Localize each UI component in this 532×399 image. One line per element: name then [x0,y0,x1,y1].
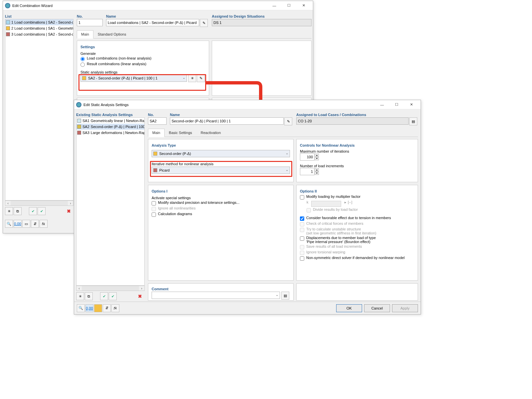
close-button[interactable]: ✕ [296,1,311,10]
controls-panel: Controls for Nonlinear Analysis Maximum … [296,139,418,182]
app-icon [76,102,81,107]
tree-icon[interactable]: ⇵ [103,304,111,312]
ok-button[interactable]: OK [336,304,362,312]
copy-icon[interactable]: ⧉ [85,292,93,300]
name-input[interactable] [170,117,284,125]
name-label: Name [170,111,293,117]
check2-icon[interactable]: ✔ [109,292,117,300]
chevron-down-icon: ⌄ [286,151,288,155]
assigned-input [212,19,312,26]
color-icon[interactable] [94,304,102,312]
assigned-lc-icon[interactable]: ▤ [409,117,417,125]
titlebar: Edit Static Analysis Settings — ☐ ✕ [74,100,421,109]
comment-right-blank [296,283,418,301]
no-input[interactable] [148,117,167,125]
sas-dropdown[interactable]: SA2 - Second-order (P-Δ) | Picard | 100 … [80,74,187,82]
chk-warping: Ignore torsional warping [300,250,414,255]
chk-save-increments: Save results of all load increments [300,244,414,249]
options1-heading: Options I [152,188,290,194]
list-item[interactable]: SA2Second-order (P-Δ) | Picard | 100 | [76,124,144,130]
content: No. Name ✎ Assigned to Load Cases / Comb… [148,111,418,301]
edit-name-icon[interactable]: ✎ [200,19,208,27]
check2-icon[interactable]: ✔ [38,207,46,215]
assigned-lc-input [296,117,409,125]
nli-label: Number of load increments [300,164,414,168]
tabs: Main Standard Options [77,30,312,39]
maxit-label: Maximum number of iterations [300,149,414,153]
titlebar: Edit Combination Wizard — ☐ ✕ [3,1,313,10]
delete-icon[interactable]: ✖ [136,292,144,300]
chk-precision[interactable]: Modify standard precision and tolerance … [152,200,290,205]
h-scrollbar[interactable]: ‹› [76,286,145,291]
fx-icon[interactable]: fẋ [111,304,119,312]
list-item[interactable]: 3 Load combinations | SA2 - Second-o [5,31,73,37]
new-icon[interactable]: ✳ [76,292,84,300]
search-icon[interactable]: 🔍 [77,304,85,312]
tab-main[interactable]: Main [148,129,165,137]
chevron-down-icon: ⌄ [286,168,288,172]
activate-special-label: Activate special settings [152,196,290,200]
tab-main[interactable]: Main [77,30,93,39]
check-icon[interactable]: ✔ [29,207,37,215]
radio-linear[interactable]: Result combinations (linear analysis) [80,62,205,67]
sas-new-icon[interactable]: ✳ [188,74,196,82]
dialog-footer: 🔍 0,00 ⇵ fẋ OK Cancel Apply [74,302,421,314]
maxit-spinner[interactable]: ▲▼ [300,153,414,161]
new-icon[interactable]: ✳ [5,207,13,215]
apply-button[interactable]: Apply [392,304,418,312]
sas-edit-icon[interactable]: ✎ [197,74,205,82]
list-item[interactable]: 1 Load combinations | SA2 - Second-o [5,19,73,25]
tab-standard-options[interactable]: Standard Options [93,30,131,38]
options1-panel: Options I Activate special settings Modi… [148,185,294,281]
search-icon[interactable]: 🔍 [5,220,13,228]
radio-nonlinear[interactable]: Load combinations (non-linear analysis) [80,56,205,61]
fx-icon[interactable]: fẋ [40,220,48,228]
name-label: Name [106,13,208,19]
assigned-label: Assigned to Design Situations [212,13,312,19]
chk-divide: Divide results by load factor [307,207,414,212]
chk-tension[interactable]: Consider favorable effect due to tension… [300,216,414,221]
generate-label: Generate [80,52,205,56]
iterative-method-dropdown[interactable]: Picard⌄ [152,167,290,174]
check-icon[interactable]: ✔ [100,292,108,300]
tabs: Main Basic Settings Reactivation [148,129,418,137]
chk-calc-diagrams[interactable]: Calculation diagrams [152,212,290,217]
tab-basic-settings[interactable]: Basic Settings [165,129,197,137]
cancel-button[interactable]: Cancel [364,304,390,312]
comment-combo[interactable]: ⌄ [152,292,280,299]
existing-list[interactable]: SA1Geometrically linear | Newton-Rap SA2… [76,117,145,286]
no-input[interactable] [77,19,103,26]
list-item[interactable]: SA1Geometrically linear | Newton-Rap [76,118,144,124]
edit-name-icon[interactable]: ✎ [284,117,292,125]
delete-icon[interactable]: ✖ [65,207,73,215]
chk-multiplier[interactable]: Modify loading by multiplier factor [300,195,414,200]
chk-nonsym-solver[interactable]: Non-symmetric direct solver if demanded … [300,256,414,261]
sas-label: Static analysis settings [80,70,205,74]
analysis-type-panel: Analysis Type Second-order (P-Δ)⌄ Iterat… [148,139,294,182]
chk-pipe[interactable]: Displacements due to member load of type… [300,236,414,244]
close-button[interactable]: ✕ [404,100,419,109]
comment-heading: Comment [152,286,290,292]
window-title: Edit Static Analysis Settings [83,103,375,107]
window-title: Edit Combination Wizard [12,4,267,8]
app-icon [5,3,10,8]
decimals-icon[interactable]: 0,00 [14,220,22,228]
tab-reactivation[interactable]: Reactivation [197,129,225,137]
wizard-list[interactable]: 1 Load combinations | SA2 - Second-o 2 L… [5,19,73,200]
no-label: No. [148,111,167,117]
comment-btn[interactable]: ▤ [281,292,289,300]
analysis-type-dropdown[interactable]: Second-order (P-Δ)⌄ [152,150,290,157]
box-icon[interactable]: ▭ [22,220,30,228]
name-input[interactable] [106,19,199,26]
copy-icon[interactable]: ⧉ [14,207,22,215]
maximize-button[interactable]: ☐ [282,1,296,10]
minimize-button[interactable]: — [267,1,282,10]
nli-spinner[interactable]: ▲▼ [300,168,414,175]
list-item[interactable]: 2 Load combinations | SA1 - Geometric [5,25,73,31]
decimals-icon[interactable]: 0,00 [85,304,93,312]
maximize-button[interactable]: ☐ [389,100,404,109]
list-item[interactable]: SA3Large deformations | Newton-Rap [76,130,144,136]
minimize-button[interactable]: — [375,100,389,109]
tree-icon[interactable]: ⇵ [31,220,39,228]
h-scrollbar[interactable]: ‹› [5,200,73,206]
